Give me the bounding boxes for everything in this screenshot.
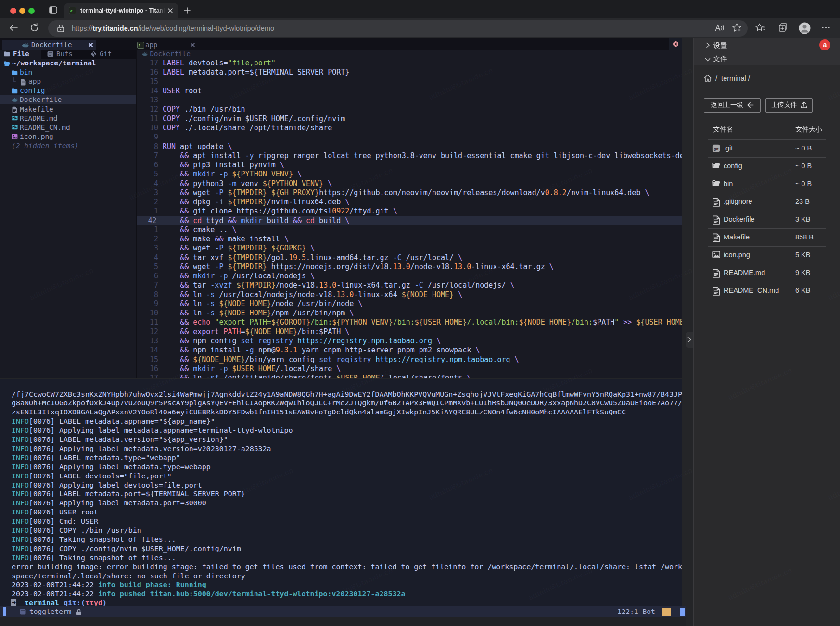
code-text: && wget -P ${TMPDIR} ${GOPKG} \ [163,244,315,253]
line-number: 12 [137,105,158,114]
ide-bottom-strip [0,617,686,626]
docker-icon [12,97,18,103]
read-aloud-icon[interactable] [714,23,725,33]
terminal-line: 2023-02-08T21:44:22 info build phase: Ru… [12,580,682,589]
code-line: 12 && export PATH=${NODE_HOME}/bin:$PATH… [137,327,682,337]
tree-item-app[interactable]: └app [0,77,136,86]
tree-item-makefile[interactable]: Makefile [0,105,136,114]
terminal-line: space/terminal/.local/share: no such fil… [12,572,682,581]
file-row-readme.md[interactable]: README.md9 KB [694,264,840,282]
browser-toolbar: https://try.titanide.cn/ide/web/coding/t… [0,18,840,38]
tree-item-dockerfile[interactable]: Dockerfile [0,95,136,104]
go-up-button[interactable] [704,98,761,113]
close-circle-icon[interactable] [673,41,678,47]
statusline-block-blue [680,608,685,616]
line-number: 5 [137,170,158,179]
tree-item--2-hidden-items-[interactable]: (2 hidden items) [0,141,136,150]
code-text: && make && make install \ [163,235,289,244]
terminal-line: INFO[0076] Applying label metadata.type=… [12,463,682,472]
collections-icon[interactable] [778,23,788,33]
profile-avatar[interactable] [799,22,811,34]
file-row-readme_cn.md[interactable]: README_CN.md6 KB [694,282,840,300]
terminal-line: INFO[0076] Taking snapshot of files... [12,535,682,544]
browser-tab[interactable]: >_ terminal-ttyd-wlotnipo - TitanI [64,3,178,18]
code-line: 16LABEL metadata.port=${TERMINAL_SERVER_… [137,68,682,77]
line-number: 5 [137,263,158,272]
code-text: && ${NODE_HOME}/bin/yarn config set regi… [163,355,519,364]
breadcrumb-dir[interactable]: terminal [721,75,746,82]
code-line: 15 [137,77,682,87]
terminal-panel[interactable]: /fj7CcwoCW7ZXBc3snKxZNYHpbh7uhwOvx2lsi4W… [0,379,682,606]
tree-item-readme_cn.md[interactable]: README_CN.md [0,123,136,132]
sidebar-tab-git[interactable]: Git [84,50,132,59]
panel-collapse-handle[interactable] [686,332,693,348]
tree-item-config[interactable]: config [0,86,136,95]
folder-icon [712,180,720,188]
folder-icon [4,51,10,57]
code-editor[interactable]: Dockerfile 17LABEL devtools="file,port"1… [136,50,682,378]
tree-item-readme.md[interactable]: README.md [0,114,136,123]
file-row-config[interactable]: config~ 0 B [694,157,840,175]
chevron-right-icon [705,42,711,48]
code-line-current: 42 && cd ttyd && mkdir build && cd build… [137,216,682,225]
line-number: 16 [137,364,158,374]
terminal-icon [137,42,144,49]
code-line: 3 && wget -P ${TMPDIR} ${GOPKG} \ [137,244,682,253]
statusline: toggleterm 122:1 Bot [0,606,686,617]
file-icon [712,233,720,241]
add-favorite-icon[interactable] [732,23,742,33]
file-row-dockerfile[interactable]: Dockerfile3 KB [694,211,840,228]
window-close-button[interactable] [10,8,16,14]
sidebar-tab-file[interactable]: File [0,50,41,59]
terminal-line: INFO[0076] LABEL metadata.appname="${app… [12,417,682,426]
new-tab-button[interactable] [184,7,191,14]
file-row-.gitignore[interactable]: .gitignore23 B [694,193,840,211]
code-line: 6 && mkdir -p /usr/local/nodejs \ [137,272,682,281]
editor-tab-app[interactable]: app [132,40,198,50]
code-line: 8 && ln -s /usr/local/nodejs/node-v18.13… [137,290,682,300]
address-bar[interactable]: https://try.titanide.cn/ide/web/coding/t… [48,20,748,37]
code-text: && tar xvf ${TMPDIR}/go1.19.5.linux-amd6… [163,253,462,263]
window-minimize-button[interactable] [19,8,25,14]
file-row-bin[interactable]: bin~ 0 B [694,175,840,193]
line-number: 4 [137,179,158,188]
file-row-makefile[interactable]: Makefile858 B [694,228,840,246]
line-number: 17 [137,374,158,378]
line-number: 13 [137,96,158,105]
sidebar-tab-bufs[interactable]: Bufs [41,50,84,59]
tree-item-icon.png[interactable]: icon.png [0,132,136,141]
file-table-header [694,123,840,136]
markdown-icon [12,115,18,122]
lock-icon[interactable] [57,24,64,32]
code-text: && mkdir -p $USER_HOME/.local/share \ [163,364,341,374]
tree-item-bin[interactable]: bin [0,68,136,77]
code-line: 10 && ln -s ${NODE_HOME}/npm /usr/bin/np… [137,309,682,318]
code-text: COPY ./.local/share /opt/titanide/share [163,124,332,133]
line-number: 12 [137,327,158,337]
code-line: 16 && mkdir -p $USER_HOME/.local/share \ [137,364,682,374]
tab-title: terminal-ttyd-wlotnipo - TitanI [80,7,166,15]
file-row-icon.png[interactable]: icon.png5 KB [694,246,840,264]
tab-close-icon[interactable] [167,7,174,14]
user-badge[interactable]: a [819,39,830,50]
favorites-icon[interactable] [755,23,765,33]
tab-close-icon[interactable] [88,42,93,48]
settings-menu-icon[interactable] [821,23,831,33]
upload-file-button[interactable] [765,98,813,113]
tab-overview-icon[interactable] [49,6,57,14]
back-button[interactable] [9,23,18,33]
editor-tab-dockerfile[interactable]: Dockerfile [2,40,96,50]
code-line: 11 && echo "export PATH=${GOROOT}/bin:${… [137,318,682,327]
code-line: 5 && wget -P ${TMPDIR} https://nodejs.or… [137,263,682,272]
tree-item--workspace-terminal[interactable]: ~/workspace/terminal [0,59,136,68]
tab-close-icon[interactable] [190,42,195,48]
line-number: 11 [137,318,158,327]
home-icon[interactable] [704,75,712,82]
reload-button[interactable] [30,23,39,32]
page-content: Dockerfile app FileBufsGit ~/workspace/t… [0,38,840,626]
window-zoom-button[interactable] [28,8,35,14]
code-line: 17LABEL devtools="file,port" [137,59,682,68]
line-number: 9 [137,300,158,309]
line-number: 3 [137,188,158,198]
file-row-.git[interactable]: git.git~ 0 B [694,139,840,157]
